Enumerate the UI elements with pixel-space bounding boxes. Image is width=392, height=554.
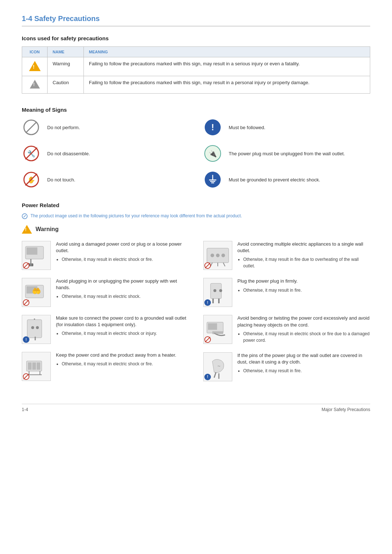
plug-firmly-title: Plug the power plug in firmly. bbox=[237, 278, 370, 284]
multiple-appliances-content: Avoid connecting multiple electric appli… bbox=[237, 241, 370, 270]
warning-item-multiple-appliances: Avoid connecting multiple electric appli… bbox=[203, 241, 370, 270]
caution-meaning-cell: Failing to follow the precautions marked… bbox=[84, 76, 370, 94]
svg-rect-20 bbox=[26, 247, 37, 255]
svg-text:~: ~ bbox=[217, 363, 220, 369]
warning-label: Warning bbox=[36, 226, 58, 233]
svg-text:!: ! bbox=[211, 122, 214, 132]
svg-rect-28 bbox=[27, 320, 42, 338]
svg-line-55 bbox=[214, 372, 216, 378]
page-title: 1-4 Safety Precautions bbox=[22, 15, 100, 22]
power-section-title: Power Related bbox=[22, 202, 370, 208]
list-item: Otherwise, it may result in fire due to … bbox=[243, 256, 370, 269]
caution-icon-cell bbox=[22, 76, 48, 94]
warning-name-cell: Warning bbox=[48, 57, 84, 76]
heater-title: Keep the power cord and the product away… bbox=[56, 352, 189, 358]
dust-pins-bullets: Otherwise, it may result in fire. bbox=[243, 368, 370, 374]
warning-item-wet-hands: 🤲 Avoid plugging in or unplugging the po… bbox=[22, 278, 189, 307]
list-item: Otherwise, it may result in electric sho… bbox=[62, 293, 189, 300]
wet-hands-content: Avoid plugging in or unplugging the powe… bbox=[56, 278, 189, 300]
heater-bullets: Otherwise, it may result in electric sho… bbox=[62, 361, 189, 367]
ground-outlet-bullets: Otherwise, it may result in electric sho… bbox=[62, 330, 189, 337]
warning-right-col: Avoid connecting multiple electric appli… bbox=[203, 241, 370, 389]
ground-text: Must be grounded to prevent electric sho… bbox=[229, 177, 320, 182]
no-perform-text: Do not perform. bbox=[47, 125, 80, 130]
col-name: NAME bbox=[48, 47, 84, 57]
list-item: Otherwise, it may result in fire. bbox=[243, 368, 370, 374]
power-section: Power Related The product image used in … bbox=[22, 202, 370, 389]
svg-rect-34 bbox=[28, 362, 32, 370]
svg-rect-35 bbox=[32, 362, 36, 370]
warning-meaning-cell: Failing to follow the precautions marked… bbox=[84, 57, 370, 76]
wet-hands-img: 🤲 bbox=[22, 278, 51, 307]
warning-item-damaged-cord: Avoid using a damaged power cord or plug… bbox=[22, 241, 189, 270]
no-symbol-icon bbox=[23, 373, 29, 380]
svg-text:🔌: 🔌 bbox=[209, 150, 217, 158]
power-note: The product image used in the following … bbox=[22, 213, 370, 219]
plug-firmly-bullets: Otherwise, it may result in fire. bbox=[243, 287, 370, 294]
warning-header: Warning bbox=[22, 225, 370, 234]
icons-section: Icons used for safety precautions ICON N… bbox=[22, 35, 370, 94]
svg-point-42 bbox=[216, 254, 220, 257]
footer-left: 1-4 bbox=[22, 407, 28, 412]
svg-point-50 bbox=[213, 289, 216, 292]
plug-firmly-img: ! bbox=[203, 278, 232, 307]
no-touch-text: Do not touch. bbox=[47, 177, 75, 182]
list-item: Otherwise, it may result in electric sho… bbox=[62, 361, 189, 367]
damaged-cord-img bbox=[22, 241, 51, 270]
col-icon: ICON bbox=[22, 47, 48, 57]
sign-must-follow: ! Must be followed. bbox=[203, 118, 370, 137]
must-symbol-icon: ! bbox=[23, 336, 29, 343]
must-follow-text: Must be followed. bbox=[229, 125, 265, 130]
note-icon bbox=[22, 213, 28, 219]
warning-icon-cell bbox=[22, 57, 48, 76]
svg-rect-54 bbox=[212, 331, 223, 334]
unplug-text: The power plug must be unplugged from th… bbox=[229, 151, 345, 156]
svg-point-51 bbox=[219, 289, 222, 292]
list-item: Otherwise, it may result in electric sho… bbox=[62, 330, 189, 337]
sign-unplug: 🔌 The power plug must be unplugged from … bbox=[203, 144, 370, 163]
list-item: Otherwise, it may result in electric sho… bbox=[243, 331, 370, 344]
page-footer: 1-4 Major Safety Precautions bbox=[22, 404, 370, 412]
heater-content: Keep the power cord and the product away… bbox=[56, 352, 189, 368]
svg-point-41 bbox=[211, 254, 214, 257]
svg-point-43 bbox=[221, 254, 225, 257]
svg-point-29 bbox=[31, 326, 34, 329]
list-item: Otherwise, it may result in electric sho… bbox=[62, 256, 189, 263]
svg-text:🤲: 🤲 bbox=[32, 287, 41, 295]
sign-no-disassemble: 🔧 Do not disassemble. bbox=[22, 144, 189, 163]
dust-pins-content: If the pins of the power plug or the wal… bbox=[237, 352, 370, 375]
sign-no-touch: ✋ Do not touch. bbox=[22, 170, 189, 189]
bend-cord-content: Avoid bending or twisting the power cord… bbox=[237, 315, 370, 344]
damaged-cord-content: Avoid using a damaged power cord or plug… bbox=[56, 241, 189, 263]
warning-item-bend-cord: Avoid bending or twisting the power cord… bbox=[203, 315, 370, 344]
bend-cord-title: Avoid bending or twisting the power cord… bbox=[237, 315, 370, 328]
must-symbol-icon: ! bbox=[204, 374, 211, 380]
must-follow-icon: ! bbox=[203, 118, 222, 137]
ground-icon bbox=[203, 170, 222, 189]
dust-pins-title: If the pins of the power plug or the wal… bbox=[237, 352, 370, 365]
unplug-icon: 🔌 bbox=[203, 144, 222, 163]
list-item: Otherwise, it may result in fire. bbox=[243, 287, 370, 294]
sign-no-perform: Do not perform. bbox=[22, 118, 189, 137]
wet-hands-title: Avoid plugging in or unplugging the powe… bbox=[56, 278, 189, 291]
warning-item-dust-pins: ~ ! If the pins of the power plug or the… bbox=[203, 352, 370, 381]
ground-outlet-img: ! bbox=[22, 315, 51, 344]
multiple-appliances-img bbox=[203, 241, 232, 270]
damaged-cord-title: Avoid using a damaged power cord or plug… bbox=[56, 241, 189, 254]
warning-grid: Avoid using a damaged power cord or plug… bbox=[22, 241, 370, 389]
svg-rect-53 bbox=[208, 323, 217, 330]
wet-hands-bullets: Otherwise, it may result in electric sho… bbox=[62, 293, 189, 300]
warning-item-heater: Keep the power cord and the product away… bbox=[22, 352, 189, 381]
icons-table: ICON NAME MEANING Warning Failing to fol… bbox=[22, 46, 370, 94]
multiple-appliances-title: Avoid connecting multiple electric appli… bbox=[237, 241, 370, 254]
bend-cord-bullets: Otherwise, it may result in electric sho… bbox=[243, 331, 370, 344]
svg-rect-36 bbox=[37, 362, 40, 370]
plug-firmly-content: Plug the power plug in firmly. Otherwise… bbox=[237, 278, 370, 294]
table-row: Warning Failing to follow the precaution… bbox=[22, 57, 370, 76]
no-symbol-icon bbox=[23, 262, 29, 269]
no-symbol-icon bbox=[23, 299, 29, 306]
no-disassemble-icon: 🔧 bbox=[22, 144, 41, 163]
caution-triangle-icon bbox=[30, 80, 40, 89]
col-meaning: MEANING bbox=[84, 47, 370, 57]
signs-section: Meaning of Signs Do not perform. ! Must … bbox=[22, 107, 370, 189]
